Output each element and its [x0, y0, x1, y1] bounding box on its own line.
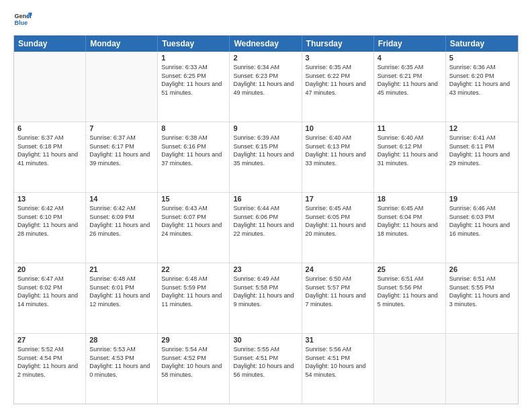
cell-content: Sunrise: 6:48 AM Sunset: 6:01 PM Dayligh…: [89, 275, 154, 308]
day-number: 28: [89, 336, 154, 344]
calendar-cell: 16Sunrise: 6:44 AM Sunset: 6:06 PM Dayli…: [230, 193, 302, 263]
calendar-cell: 7Sunrise: 6:37 AM Sunset: 6:17 PM Daylig…: [86, 122, 158, 192]
cell-content: Sunrise: 6:45 AM Sunset: 6:04 PM Dayligh…: [378, 204, 442, 238]
cell-content: Sunrise: 6:35 AM Sunset: 6:21 PM Dayligh…: [378, 63, 442, 97]
day-number: 8: [161, 124, 226, 132]
calendar-cell: 30Sunrise: 5:55 AM Sunset: 4:51 PM Dayli…: [230, 334, 302, 404]
calendar-week-5: 27Sunrise: 5:52 AM Sunset: 4:54 PM Dayli…: [14, 333, 518, 404]
day-number: 14: [89, 195, 154, 203]
cell-content: Sunrise: 6:44 AM Sunset: 6:06 PM Dayligh…: [233, 204, 298, 238]
calendar-body: 1Sunrise: 6:33 AM Sunset: 6:25 PM Daylig…: [14, 52, 518, 404]
calendar-cell: 23Sunrise: 6:49 AM Sunset: 5:58 PM Dayli…: [230, 263, 302, 333]
day-number: 18: [378, 195, 442, 203]
cell-content: Sunrise: 6:42 AM Sunset: 6:10 PM Dayligh…: [17, 204, 82, 238]
calendar: SundayMondayTuesdayWednesdayThursdayFrid…: [13, 35, 519, 404]
cell-content: Sunrise: 6:45 AM Sunset: 6:05 PM Dayligh…: [306, 204, 370, 238]
calendar-cell: 5Sunrise: 6:36 AM Sunset: 6:20 PM Daylig…: [446, 52, 518, 122]
calendar-cell: 1Sunrise: 6:33 AM Sunset: 6:25 PM Daylig…: [158, 52, 230, 122]
day-number: 12: [449, 124, 515, 132]
calendar-cell: 8Sunrise: 6:38 AM Sunset: 6:16 PM Daylig…: [158, 122, 230, 192]
day-number: 15: [161, 195, 226, 203]
cell-content: Sunrise: 6:48 AM Sunset: 5:59 PM Dayligh…: [161, 275, 226, 308]
calendar-cell: [86, 52, 158, 122]
cell-content: Sunrise: 5:53 AM Sunset: 4:53 PM Dayligh…: [89, 345, 154, 379]
cell-content: Sunrise: 5:56 AM Sunset: 4:51 PM Dayligh…: [306, 345, 370, 379]
day-number: 21: [89, 265, 154, 273]
header-day-wednesday: Wednesday: [230, 36, 302, 52]
cell-content: Sunrise: 6:37 AM Sunset: 6:18 PM Dayligh…: [17, 134, 82, 167]
day-number: 17: [306, 195, 370, 203]
calendar-cell: 28Sunrise: 5:53 AM Sunset: 4:53 PM Dayli…: [86, 334, 158, 404]
day-number: 9: [233, 124, 298, 132]
calendar-cell: 9Sunrise: 6:39 AM Sunset: 6:15 PM Daylig…: [230, 122, 302, 192]
calendar-cell: 29Sunrise: 5:54 AM Sunset: 4:52 PM Dayli…: [158, 334, 230, 404]
calendar-cell: 4Sunrise: 6:35 AM Sunset: 6:21 PM Daylig…: [374, 52, 446, 122]
header: General Blue: [13, 11, 519, 30]
header-day-thursday: Thursday: [302, 36, 374, 52]
header-day-friday: Friday: [374, 36, 446, 52]
calendar-cell: [374, 334, 446, 404]
cell-content: Sunrise: 6:38 AM Sunset: 6:16 PM Dayligh…: [161, 134, 226, 167]
svg-text:Blue: Blue: [14, 19, 28, 26]
header-day-tuesday: Tuesday: [158, 36, 230, 52]
calendar-cell: 18Sunrise: 6:45 AM Sunset: 6:04 PM Dayli…: [374, 193, 446, 263]
day-number: 31: [306, 336, 370, 344]
calendar-cell: 14Sunrise: 6:42 AM Sunset: 6:09 PM Dayli…: [86, 193, 158, 263]
day-number: 10: [306, 124, 370, 132]
calendar-cell: 22Sunrise: 6:48 AM Sunset: 5:59 PM Dayli…: [158, 263, 230, 333]
calendar-cell: 19Sunrise: 6:46 AM Sunset: 6:03 PM Dayli…: [446, 193, 518, 263]
cell-content: Sunrise: 6:46 AM Sunset: 6:03 PM Dayligh…: [449, 204, 515, 238]
calendar-week-1: 1Sunrise: 6:33 AM Sunset: 6:25 PM Daylig…: [14, 52, 518, 122]
calendar-cell: 2Sunrise: 6:34 AM Sunset: 6:23 PM Daylig…: [230, 52, 302, 122]
calendar-cell: 13Sunrise: 6:42 AM Sunset: 6:10 PM Dayli…: [14, 193, 86, 263]
cell-content: Sunrise: 6:33 AM Sunset: 6:25 PM Dayligh…: [161, 63, 226, 97]
calendar-cell: 31Sunrise: 5:56 AM Sunset: 4:51 PM Dayli…: [302, 334, 374, 404]
cell-content: Sunrise: 6:39 AM Sunset: 6:15 PM Dayligh…: [233, 134, 298, 167]
page: General Blue SundayMondayTuesdayWednesda…: [0, 0, 532, 411]
calendar-cell: 3Sunrise: 6:35 AM Sunset: 6:22 PM Daylig…: [302, 52, 374, 122]
cell-content: Sunrise: 6:37 AM Sunset: 6:17 PM Dayligh…: [89, 134, 154, 167]
day-number: 2: [233, 54, 298, 62]
calendar-cell: 25Sunrise: 6:51 AM Sunset: 5:56 PM Dayli…: [374, 263, 446, 333]
day-number: 11: [378, 124, 442, 132]
day-number: 30: [233, 336, 298, 344]
cell-content: Sunrise: 6:51 AM Sunset: 5:56 PM Dayligh…: [378, 275, 442, 308]
day-number: 20: [17, 265, 82, 273]
cell-content: Sunrise: 6:49 AM Sunset: 5:58 PM Dayligh…: [233, 275, 298, 308]
cell-content: Sunrise: 6:43 AM Sunset: 6:07 PM Dayligh…: [161, 204, 226, 238]
header-day-monday: Monday: [86, 36, 158, 52]
cell-content: Sunrise: 5:55 AM Sunset: 4:51 PM Dayligh…: [233, 345, 298, 379]
cell-content: Sunrise: 6:47 AM Sunset: 6:02 PM Dayligh…: [17, 275, 82, 308]
cell-content: Sunrise: 6:35 AM Sunset: 6:22 PM Dayligh…: [306, 63, 370, 97]
day-number: 5: [449, 54, 515, 62]
day-number: 13: [17, 195, 82, 203]
calendar-cell: 17Sunrise: 6:45 AM Sunset: 6:05 PM Dayli…: [302, 193, 374, 263]
day-number: 22: [161, 265, 226, 273]
calendar-week-2: 6Sunrise: 6:37 AM Sunset: 6:18 PM Daylig…: [14, 122, 518, 192]
header-day-sunday: Sunday: [14, 36, 86, 52]
day-number: 26: [449, 265, 515, 273]
calendar-cell: [14, 52, 86, 122]
calendar-week-4: 20Sunrise: 6:47 AM Sunset: 6:02 PM Dayli…: [14, 263, 518, 333]
calendar-cell: 11Sunrise: 6:40 AM Sunset: 6:12 PM Dayli…: [374, 122, 446, 192]
calendar-cell: 15Sunrise: 6:43 AM Sunset: 6:07 PM Dayli…: [158, 193, 230, 263]
calendar-cell: 21Sunrise: 6:48 AM Sunset: 6:01 PM Dayli…: [86, 263, 158, 333]
logo: General Blue: [13, 11, 32, 30]
cell-content: Sunrise: 6:50 AM Sunset: 5:57 PM Dayligh…: [306, 275, 370, 308]
day-number: 4: [378, 54, 442, 62]
calendar-week-3: 13Sunrise: 6:42 AM Sunset: 6:10 PM Dayli…: [14, 192, 518, 263]
calendar-cell: 10Sunrise: 6:40 AM Sunset: 6:13 PM Dayli…: [302, 122, 374, 192]
day-number: 1: [161, 54, 226, 62]
day-number: 6: [17, 124, 82, 132]
day-number: 27: [17, 336, 82, 344]
cell-content: Sunrise: 5:52 AM Sunset: 4:54 PM Dayligh…: [17, 345, 82, 379]
calendar-cell: 20Sunrise: 6:47 AM Sunset: 6:02 PM Dayli…: [14, 263, 86, 333]
calendar-cell: [446, 334, 518, 404]
cell-content: Sunrise: 6:41 AM Sunset: 6:11 PM Dayligh…: [449, 134, 515, 167]
day-number: 19: [449, 195, 515, 203]
day-number: 24: [306, 265, 370, 273]
logo-icon: General Blue: [13, 11, 32, 30]
header-day-saturday: Saturday: [446, 36, 518, 52]
day-number: 16: [233, 195, 298, 203]
calendar-cell: 27Sunrise: 5:52 AM Sunset: 4:54 PM Dayli…: [14, 334, 86, 404]
